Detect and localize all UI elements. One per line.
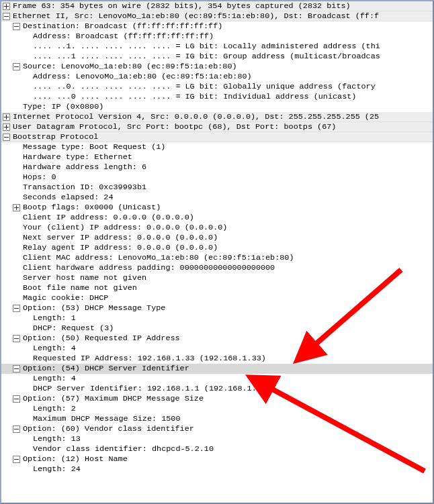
tree-row[interactable]: Server host name not given	[1, 273, 433, 283]
tree-row[interactable]: Client hardware address padding: 0000000…	[1, 263, 433, 273]
tree-row[interactable]: Length: 24	[1, 464, 433, 474]
tree-row-label: Magic cookie: DHCP	[23, 293, 108, 303]
tree-row[interactable]: Transaction ID: 0xc39993b1	[1, 183, 433, 193]
packet-details-tree[interactable]: Frame 63: 354 bytes on wire (2832 bits),…	[0, 0, 434, 504]
expand-icon[interactable]	[13, 204, 20, 211]
tree-row[interactable]: Maximum DHCP Message Size: 1500	[1, 414, 433, 424]
tree-row-label: Length: 13	[33, 434, 81, 444]
tree-row-label: Option: (12) Host Name	[23, 454, 128, 464]
expand-icon[interactable]	[3, 123, 10, 131]
tree-row[interactable]: .... ...0 .... .... .... .... = IG bit: …	[1, 92, 433, 102]
tree-row-label: User Datagram Protocol, Src Port: bootpc…	[13, 122, 336, 132]
tree-row-label: .... ..0. .... .... .... .... = LG bit: …	[33, 82, 380, 92]
tree-row-label: Destination: Broadcast (ff:ff:ff:ff:ff:f…	[23, 21, 222, 32]
tree-row[interactable]: Option: (57) Maximum DHCP Message Size	[1, 394, 433, 404]
tree-row-label: Option: (53) DHCP Message Type	[23, 303, 165, 313]
collapse-icon[interactable]	[13, 335, 20, 342]
collapse-icon[interactable]	[3, 13, 10, 20]
tree-row[interactable]: Message type: Boot Request (1)	[1, 142, 433, 152]
tree-row[interactable]: Bootp flags: 0x0000 (Unicast)	[1, 203, 433, 213]
tree-row[interactable]: Length: 2	[1, 404, 433, 414]
tree-row-label: Client IP address: 0.0.0.0 (0.0.0.0)	[23, 213, 194, 223]
tree-row[interactable]: Hardware type: Ethernet	[1, 152, 433, 162]
tree-row[interactable]: Ethernet II, Src: LenovoMo_1a:eb:80 (ec:…	[1, 11, 433, 21]
tree-row[interactable]: Address: Broadcast (ff:ff:ff:ff:ff:ff)	[1, 32, 433, 42]
tree-row-label: Option: (57) Maximum DHCP Message Size	[23, 394, 204, 404]
tree-row[interactable]: Source: LenovoMo_1a:eb:80 (ec:89:f5:1a:e…	[1, 62, 433, 72]
collapse-icon[interactable]	[13, 395, 20, 403]
tree-row-label: Next server IP address: 0.0.0.0 (0.0.0.0…	[23, 233, 218, 243]
tree-row-label: Boot file name not given	[23, 283, 137, 293]
collapse-icon[interactable]	[13, 365, 20, 372]
tree-row[interactable]: Boot file name not given	[1, 283, 433, 293]
tree-row[interactable]: Vendor class identifier: dhcpcd-5.2.10	[1, 444, 433, 454]
tree-row-label: Source: LenovoMo_1a:eb:80 (ec:89:f5:1a:e…	[23, 62, 237, 72]
tree-row-label: Bootp flags: 0x0000 (Unicast)	[23, 203, 161, 213]
tree-row[interactable]: DHCP Server Identifier: 192.168.1.1 (192…	[1, 384, 433, 394]
tree-row-label: Hardware type: Ethernet	[23, 152, 132, 162]
tree-row[interactable]: DHCP: Request (3)	[1, 323, 433, 334]
tree-row[interactable]: Bootstrap Protocol	[1, 132, 433, 142]
tree-row-label: Bootstrap Protocol	[13, 132, 98, 142]
tree-row[interactable]: Hardware address length: 6	[1, 162, 433, 172]
tree-row[interactable]: Option: (54) DHCP Server Identifier	[1, 364, 433, 374]
tree-row[interactable]: Length: 1	[1, 313, 433, 323]
collapse-icon[interactable]	[3, 134, 10, 141]
tree-row[interactable]: .... ..0. .... .... .... .... = LG bit: …	[1, 82, 433, 92]
tree-row[interactable]: Frame 63: 354 bytes on wire (2832 bits),…	[1, 1, 433, 11]
tree-row-label: Option: (54) DHCP Server Identifier	[23, 364, 189, 374]
tree-row[interactable]: Next server IP address: 0.0.0.0 (0.0.0.0…	[1, 233, 433, 243]
tree-row[interactable]: Hops: 0	[1, 172, 433, 183]
tree-row-label: .... ..1. .... .... .... .... = LG bit: …	[33, 42, 380, 52]
tree-row-label: Length: 24	[33, 464, 81, 474]
collapse-icon[interactable]	[13, 425, 20, 433]
tree-row[interactable]: Client IP address: 0.0.0.0 (0.0.0.0)	[1, 213, 433, 223]
expand-icon[interactable]	[3, 113, 10, 121]
tree-row[interactable]: User Datagram Protocol, Src Port: bootpc…	[1, 122, 433, 132]
tree-row-label: Ethernet II, Src: LenovoMo_1a:eb:80 (ec:…	[13, 11, 379, 21]
tree-row-label: Client MAC address: LenovoMo_1a:eb:80 (e…	[23, 253, 294, 263]
tree-row-label: Your (client) IP address: 0.0.0.0 (0.0.0…	[23, 223, 227, 233]
tree-row[interactable]: .... ...1 .... .... .... .... = IG bit: …	[1, 52, 433, 62]
tree-row[interactable]: Client MAC address: LenovoMo_1a:eb:80 (e…	[1, 253, 433, 263]
tree-row-label: Client hardware address padding: 0000000…	[23, 263, 275, 273]
tree-row[interactable]: Length: 4	[1, 374, 433, 384]
tree-row[interactable]: Length: 13	[1, 434, 433, 444]
tree-row-label: DHCP: Request (3)	[33, 323, 114, 334]
tree-row-label: Frame 63: 354 bytes on wire (2832 bits),…	[13, 1, 351, 11]
collapse-icon[interactable]	[13, 305, 20, 312]
tree-row-label: Message type: Boot Request (1)	[23, 142, 165, 152]
collapse-icon[interactable]	[13, 23, 20, 30]
tree-row[interactable]: Internet Protocol Version 4, Src: 0.0.0.…	[1, 112, 433, 122]
tree-row[interactable]: Relay agent IP address: 0.0.0.0 (0.0.0.0…	[1, 243, 433, 253]
tree-row[interactable]: Option: (12) Host Name	[1, 454, 433, 464]
tree-row-label: Address: LenovoMo_1a:eb:80 (ec:89:f5:1a:…	[33, 72, 252, 82]
tree-row-label: Length: 4	[33, 374, 76, 384]
tree-row[interactable]: Option: (50) Requested IP Address	[1, 334, 433, 344]
tree-row[interactable]: Address: LenovoMo_1a:eb:80 (ec:89:f5:1a:…	[1, 72, 433, 82]
expand-icon[interactable]	[3, 3, 10, 10]
tree-row[interactable]: Magic cookie: DHCP	[1, 293, 433, 303]
tree-row-label: Hops: 0	[23, 172, 56, 183]
collapse-icon[interactable]	[13, 456, 20, 463]
tree-row-label: Maximum DHCP Message Size: 1500	[33, 414, 180, 424]
tree-row[interactable]: Requested IP Address: 192.168.1.33 (192.…	[1, 354, 433, 364]
tree-row-label: Relay agent IP address: 0.0.0.0 (0.0.0.0…	[23, 243, 218, 253]
tree-row-label: Length: 4	[33, 344, 76, 354]
tree-row[interactable]: Option: (60) Vendor class identifier	[1, 424, 433, 434]
tree-row[interactable]: Your (client) IP address: 0.0.0.0 (0.0.0…	[1, 223, 433, 233]
tree-row-label: Server host name not given	[23, 273, 146, 283]
tree-row[interactable]: Length: 4	[1, 344, 433, 354]
tree-row-label: .... ...0 .... .... .... .... = IG bit: …	[33, 92, 356, 102]
tree-row-label: DHCP Server Identifier: 192.168.1.1 (192…	[33, 384, 266, 394]
tree-row[interactable]: Destination: Broadcast (ff:ff:ff:ff:ff:f…	[1, 21, 433, 32]
tree-row[interactable]: Seconds elapsed: 24	[1, 193, 433, 203]
tree-row[interactable]: .... ..1. .... .... .... .... = LG bit: …	[1, 42, 433, 52]
tree-row-label: Option: (50) Requested IP Address	[23, 334, 180, 344]
tree-row-label: Hardware address length: 6	[23, 162, 146, 172]
collapse-icon[interactable]	[13, 63, 20, 70]
tree-row-label: Type: IP (0x0800)	[23, 102, 103, 112]
tree-row[interactable]: Option: (53) DHCP Message Type	[1, 303, 433, 313]
tree-row-label: Length: 2	[33, 404, 76, 414]
tree-row[interactable]: Type: IP (0x0800)	[1, 102, 433, 112]
